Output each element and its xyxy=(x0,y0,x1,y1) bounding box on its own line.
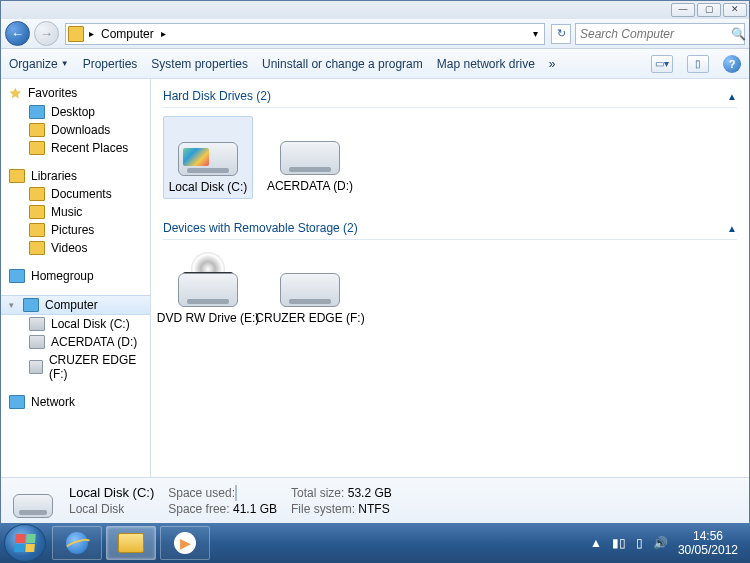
computer-icon xyxy=(23,298,39,312)
collapse-icon[interactable]: ▲ xyxy=(727,223,737,234)
properties-button[interactable]: Properties xyxy=(83,57,138,71)
music-icon xyxy=(29,205,45,219)
hdd-icon xyxy=(275,120,345,175)
sidebar-item-documents[interactable]: Documents xyxy=(1,185,150,203)
computer-icon xyxy=(68,26,84,42)
clock[interactable]: 14:56 30/05/2012 xyxy=(678,529,738,557)
drive-dvd-e[interactable]: DVD DVD RW Drive (E:) xyxy=(163,248,253,329)
pictures-icon xyxy=(29,223,45,237)
tray-show-hidden[interactable]: ▲ xyxy=(590,536,602,550)
explorer-window: — ▢ ✕ ← → ▸ Computer ▸ ▾ ↻ 🔍 Organize ▼ … xyxy=(0,0,750,524)
sidebar-item-music[interactable]: Music xyxy=(1,203,150,221)
system-tray: ▲ ▮▯ ▯ 🔊 14:56 30/05/2012 xyxy=(590,529,746,557)
sidebar-item-acerdata-d[interactable]: ACERDATA (D:) xyxy=(1,333,150,351)
maximize-button[interactable]: ▢ xyxy=(697,3,721,17)
media-player-icon: ▶ xyxy=(174,532,196,554)
network-group[interactable]: Network xyxy=(1,393,150,411)
removable-section-header[interactable]: Devices with Removable Storage (2)▲ xyxy=(163,217,737,240)
videos-icon xyxy=(29,241,45,255)
search-icon[interactable]: 🔍 xyxy=(731,27,746,41)
selected-drive-icon xyxy=(11,484,55,518)
libraries-group[interactable]: Libraries xyxy=(1,167,150,185)
details-title: Local Disk (C:) xyxy=(69,485,154,500)
taskbar: ▶ ▲ ▮▯ ▯ 🔊 14:56 30/05/2012 xyxy=(0,523,750,563)
minimize-button[interactable]: — xyxy=(671,3,695,17)
uninstall-button[interactable]: Uninstall or change a program xyxy=(262,57,423,71)
ie-icon xyxy=(66,532,88,554)
taskbar-wmp[interactable]: ▶ xyxy=(160,526,210,560)
collapse-icon[interactable]: ▲ xyxy=(727,91,737,102)
tray-action-center-icon[interactable]: ▯ xyxy=(636,536,643,550)
view-options[interactable]: ▭▾ xyxy=(651,55,673,73)
preview-pane-toggle[interactable]: ▯ xyxy=(687,55,709,73)
sidebar-item-downloads[interactable]: Downloads xyxy=(1,121,150,139)
refresh-button[interactable]: ↻ xyxy=(551,24,571,44)
organize-menu[interactable]: Organize ▼ xyxy=(9,57,69,71)
breadcrumb[interactable]: ▸ Computer ▸ ▾ xyxy=(65,23,545,45)
folder-icon xyxy=(118,533,144,553)
favorites-group[interactable]: ★Favorites xyxy=(1,83,150,103)
filesystem-value: NTFS xyxy=(358,502,389,516)
back-button[interactable]: ← xyxy=(5,21,30,46)
sidebar-item-pictures[interactable]: Pictures xyxy=(1,221,150,239)
homegroup-icon xyxy=(9,269,25,283)
taskbar-ie[interactable] xyxy=(52,526,102,560)
documents-icon xyxy=(29,187,45,201)
taskbar-explorer[interactable] xyxy=(106,526,156,560)
search-input[interactable] xyxy=(580,27,731,41)
dvd-drive-icon: DVD xyxy=(173,252,243,307)
sidebar-item-cruzer-f[interactable]: CRUZER EDGE (F:) xyxy=(1,351,150,383)
total-size-value: 53.2 GB xyxy=(348,486,392,500)
computer-group[interactable]: ▾Computer xyxy=(1,295,150,315)
details-subtitle: Local Disk xyxy=(69,502,154,516)
content-pane: Hard Disk Drives (2)▲ Local Disk (C:) AC… xyxy=(151,79,749,477)
sidebar-item-desktop[interactable]: Desktop xyxy=(1,103,150,121)
recent-icon xyxy=(29,141,45,155)
drive-icon xyxy=(29,360,43,374)
breadcrumb-root-arrow[interactable]: ▸ xyxy=(86,28,97,39)
breadcrumb-arrow[interactable]: ▸ xyxy=(158,28,169,39)
map-drive-button[interactable]: Map network drive xyxy=(437,57,535,71)
drive-cruzer-f[interactable]: CRUZER EDGE (F:) xyxy=(265,248,355,329)
removable-drive-icon xyxy=(275,252,345,307)
libraries-icon xyxy=(9,169,25,183)
hdd-icon xyxy=(173,121,243,176)
system-properties-button[interactable]: System properties xyxy=(151,57,248,71)
sidebar-item-videos[interactable]: Videos xyxy=(1,239,150,257)
nav-bar: ← → ▸ Computer ▸ ▾ ↻ 🔍 xyxy=(1,19,749,49)
homegroup-group[interactable]: Homegroup xyxy=(1,267,150,285)
nav-pane: ★Favorites Desktop Downloads Recent Plac… xyxy=(1,79,151,477)
folder-icon xyxy=(29,123,45,137)
breadcrumb-computer[interactable]: Computer xyxy=(97,27,158,41)
start-button[interactable] xyxy=(4,524,46,562)
space-used-bar xyxy=(235,485,237,501)
sidebar-item-recent[interactable]: Recent Places xyxy=(1,139,150,157)
details-pane: Local Disk (C:) Local Disk Space used: S… xyxy=(1,477,749,523)
desktop-icon xyxy=(29,105,45,119)
breadcrumb-dropdown[interactable]: ▾ xyxy=(529,28,542,39)
command-bar: Organize ▼ Properties System properties … xyxy=(1,49,749,79)
help-icon[interactable]: ? xyxy=(723,55,741,73)
body: ★Favorites Desktop Downloads Recent Plac… xyxy=(1,79,749,477)
forward-button[interactable]: → xyxy=(34,21,59,46)
search-box[interactable]: 🔍 xyxy=(575,23,745,45)
tray-volume-icon[interactable]: 🔊 xyxy=(653,536,668,550)
drive-acerdata-d[interactable]: ACERDATA (D:) xyxy=(265,116,355,199)
tray-network-icon[interactable]: ▮▯ xyxy=(612,536,626,550)
titlebar: — ▢ ✕ xyxy=(1,1,749,19)
space-free-value: 41.1 GB xyxy=(233,502,277,516)
hdd-section-header[interactable]: Hard Disk Drives (2)▲ xyxy=(163,85,737,108)
sidebar-item-localdisk-c[interactable]: Local Disk (C:) xyxy=(1,315,150,333)
drive-icon xyxy=(29,335,45,349)
close-button[interactable]: ✕ xyxy=(723,3,747,17)
drive-local-disk-c[interactable]: Local Disk (C:) xyxy=(163,116,253,199)
drive-icon xyxy=(29,317,45,331)
network-icon xyxy=(9,395,25,409)
more-commands[interactable]: » xyxy=(549,57,556,71)
favorites-icon: ★ xyxy=(9,85,22,101)
